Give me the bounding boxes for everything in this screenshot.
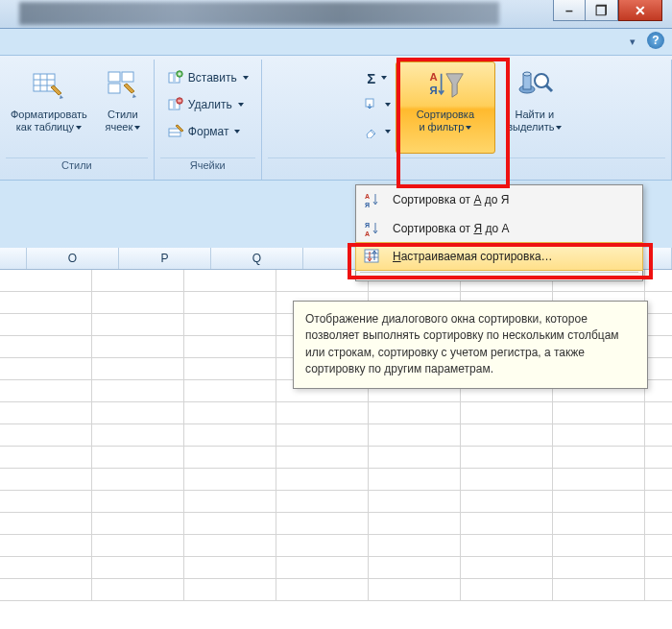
- table-row[interactable]: [0, 469, 672, 491]
- ribbon: Форматировать как таблицу Стили я: [0, 56, 672, 181]
- sort-filter-icon: А Я: [426, 66, 465, 105]
- table-row[interactable]: [0, 447, 672, 469]
- window-maximize-button[interactable]: ❐: [586, 0, 618, 21]
- sort-filter-button[interactable]: А Я Сортировка и фильтр: [396, 61, 495, 154]
- svg-text:Я: Я: [365, 202, 370, 208]
- fill-down-icon: [364, 96, 379, 113]
- menu-item-sort-za[interactable]: Я А Сортировка от Я до А: [356, 214, 642, 243]
- cell-styles-icon: [104, 66, 142, 105]
- svg-rect-5: [108, 72, 120, 82]
- sort-filter-label-1: Сортировка: [417, 109, 474, 120]
- column-header[interactable]: P: [119, 248, 211, 269]
- table-row[interactable]: [0, 424, 672, 447]
- table-row[interactable]: [0, 557, 672, 579]
- svg-text:Я: Я: [365, 222, 370, 229]
- sort-filter-dropdown: А Я Сортировка от А до Я Я А Сортировка …: [355, 184, 643, 281]
- format-as-table-label-2: как таблицу: [16, 121, 74, 133]
- delete-label: Удалить: [188, 98, 232, 111]
- group-label-editing: [268, 157, 665, 177]
- menu-item-custom-sort-label: Настраиваемая сортировка…: [393, 250, 553, 263]
- tooltip-custom-sort: Отображение диалогового окна сортировки,…: [293, 301, 648, 389]
- clear-button[interactable]: [361, 119, 394, 144]
- find-select-button[interactable]: Найти и выделить: [497, 61, 572, 154]
- svg-rect-31: [365, 250, 378, 262]
- find-select-icon: [516, 66, 554, 105]
- find-select-label-2: выделить: [507, 121, 554, 133]
- menu-item-sort-az-label: Сортировка от А до Я: [393, 193, 509, 206]
- ribbon-group-cells: Вставить Удалить: [155, 60, 262, 180]
- ribbon-group-editing: Σ: [262, 60, 672, 180]
- sort-za-icon: Я А: [362, 218, 383, 239]
- cell-styles-label-1: Стили: [108, 109, 138, 120]
- insert-icon: [167, 69, 184, 86]
- group-label-styles: Стили: [6, 157, 148, 177]
- table-row[interactable]: [0, 491, 672, 513]
- titlebar-blur: [19, 2, 499, 25]
- autosum-button[interactable]: Σ: [361, 65, 394, 90]
- window-controls: – ❐ ✕: [553, 0, 662, 21]
- svg-rect-14: [173, 100, 176, 109]
- custom-sort-icon: [362, 246, 383, 267]
- table-row[interactable]: [0, 402, 672, 424]
- format-as-table-label-1: Форматировать: [11, 109, 87, 120]
- format-label: Формат: [188, 125, 229, 138]
- fill-button[interactable]: [361, 92, 394, 117]
- svg-line-26: [546, 85, 552, 91]
- insert-button[interactable]: Вставить: [160, 65, 255, 90]
- ribbon-group-styles: Форматировать как таблицу Стили я: [0, 60, 155, 180]
- svg-rect-7: [108, 84, 120, 93]
- ribbon-minimize-icon[interactable]: ▾: [624, 35, 641, 48]
- svg-rect-6: [122, 72, 133, 82]
- find-select-label-1: Найти и: [516, 109, 555, 120]
- format-icon: [167, 123, 184, 140]
- table-row[interactable]: [0, 513, 672, 535]
- title-bar: – ❐ ✕: [0, 0, 672, 29]
- insert-label: Вставить: [188, 71, 237, 85]
- sigma-icon: Σ: [367, 70, 375, 86]
- delete-button[interactable]: Удалить: [160, 92, 255, 117]
- ribbon-subbar: ▾ ?: [0, 29, 672, 56]
- menu-separator: [360, 272, 638, 273]
- table-row[interactable]: [0, 535, 672, 557]
- svg-text:А: А: [365, 193, 370, 200]
- sort-filter-label-2: и фильтр: [419, 121, 464, 133]
- svg-rect-9: [173, 73, 176, 83]
- window-minimize-button[interactable]: –: [553, 0, 586, 21]
- help-icon[interactable]: ?: [647, 32, 664, 49]
- row-header-spacer: [0, 248, 27, 269]
- cell-styles-label-2: ячеек: [105, 121, 132, 133]
- tooltip-text: Отображение диалогового окна сортировки,…: [305, 312, 619, 375]
- window-close-button[interactable]: ✕: [618, 0, 662, 21]
- column-header[interactable]: Q: [211, 248, 303, 269]
- eraser-icon: [364, 123, 379, 140]
- svg-point-25: [535, 74, 548, 87]
- column-header[interactable]: O: [27, 248, 119, 269]
- menu-item-sort-az[interactable]: А Я Сортировка от А до Я: [356, 185, 642, 214]
- delete-icon: [167, 96, 184, 113]
- svg-text:А: А: [429, 71, 437, 83]
- menu-item-sort-za-label: Сортировка от Я до А: [393, 222, 509, 235]
- format-as-table-icon: [30, 66, 68, 105]
- group-label-cells: Ячейки: [160, 157, 255, 177]
- svg-text:А: А: [365, 230, 370, 237]
- svg-point-24: [523, 72, 531, 76]
- table-row[interactable]: [0, 579, 672, 601]
- sort-az-icon: А Я: [362, 189, 383, 210]
- menu-item-custom-sort[interactable]: Настраиваемая сортировка…: [355, 242, 643, 271]
- format-as-table-button[interactable]: Форматировать как таблицу: [6, 61, 92, 154]
- svg-text:Я: Я: [429, 85, 437, 96]
- cell-styles-button[interactable]: Стили ячеек: [98, 61, 148, 154]
- format-button[interactable]: Формат: [160, 119, 255, 144]
